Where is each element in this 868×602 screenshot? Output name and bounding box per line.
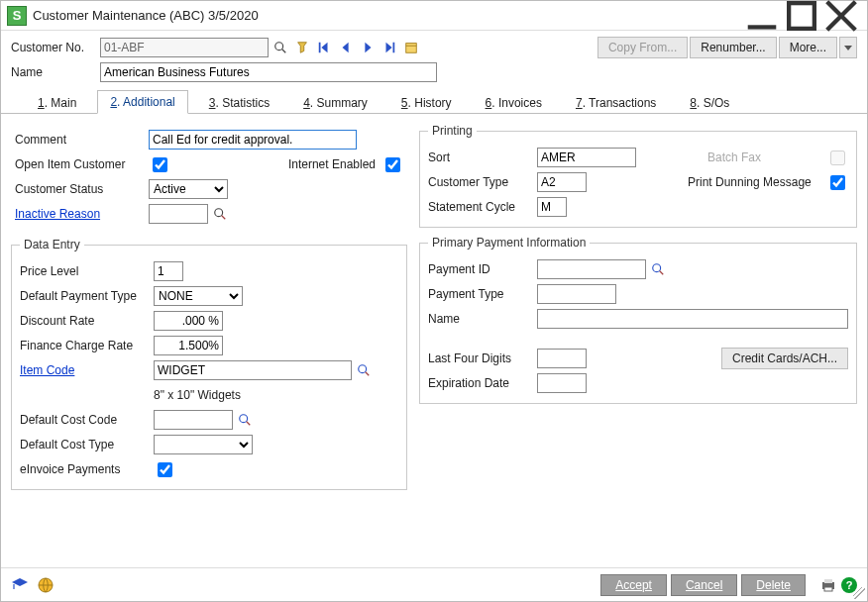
window-title: Customer Maintenance (ABC) 3/5/2020 <box>33 8 742 23</box>
calendar-icon[interactable] <box>401 38 421 57</box>
comment-input[interactable] <box>149 130 357 150</box>
item-code-lookup-icon[interactable] <box>354 360 374 380</box>
name-input[interactable] <box>100 62 437 82</box>
data-entry-group: Data Entry Price Level Default Payment T… <box>11 238 407 490</box>
open-item-label: Open Item Customer <box>15 157 149 171</box>
payment-type-input[interactable] <box>537 284 616 304</box>
payment-id-input[interactable] <box>537 259 646 279</box>
internet-enabled-checkbox[interactable] <box>385 157 400 172</box>
close-button[interactable] <box>821 5 861 27</box>
payment-id-lookup-icon[interactable] <box>648 259 668 279</box>
svg-rect-28 <box>824 587 832 591</box>
printing-legend: Printing <box>428 124 477 138</box>
expiration-date-label: Expiration Date <box>428 376 537 390</box>
tab-summary[interactable]: 4. Summary <box>290 91 380 114</box>
cancel-button[interactable]: Cancel <box>671 574 737 596</box>
accept-button[interactable]: Accept <box>600 574 667 596</box>
batch-fax-label: Batch Fax <box>707 150 826 164</box>
svg-point-17 <box>359 365 367 373</box>
minimize-button[interactable] <box>742 5 782 27</box>
tab-s-os[interactable]: 8. S/Os <box>677 91 742 114</box>
svg-rect-12 <box>406 44 417 53</box>
sort-input[interactable] <box>537 148 636 167</box>
next-record-icon[interactable] <box>358 38 378 57</box>
default-cost-code-lookup-icon[interactable] <box>235 410 255 430</box>
svg-line-16 <box>222 216 226 220</box>
renumber-button[interactable]: Renumber... <box>690 37 776 58</box>
svg-rect-1 <box>789 3 814 29</box>
resize-grip-icon[interactable] <box>853 587 865 599</box>
customer-no-input[interactable] <box>100 38 269 57</box>
item-code-description: 8" x 10" Widgets <box>154 388 241 402</box>
credit-cards-ach-button[interactable]: Credit Cards/ACH... <box>721 348 848 369</box>
tab-strip: 1. Main2. Additional3. Statistics4. Summ… <box>1 90 867 114</box>
more-button[interactable]: More... <box>779 37 837 58</box>
customer-status-label: Customer Status <box>15 182 149 196</box>
globe-icon[interactable] <box>37 576 54 594</box>
customer-no-label: Customer No. <box>11 41 100 54</box>
open-item-checkbox[interactable] <box>153 157 167 172</box>
last-four-label: Last Four Digits <box>428 351 537 365</box>
maximize-button[interactable] <box>782 5 821 27</box>
bottom-bar: Accept Cancel Delete ? <box>1 567 867 601</box>
einvoice-payments-checkbox[interactable] <box>158 462 172 477</box>
tab-history[interactable]: 5. History <box>388 91 465 114</box>
svg-point-15 <box>215 209 223 217</box>
discount-rate-input[interactable] <box>154 311 223 331</box>
default-cost-type-label: Default Cost Type <box>20 438 154 452</box>
expiration-date-input[interactable] <box>537 373 587 393</box>
default-cost-type-select[interactable] <box>154 435 253 454</box>
first-record-icon[interactable] <box>314 38 334 57</box>
svg-point-19 <box>240 415 248 423</box>
printing-group: Printing Sort Batch Fax Customer Type Pr… <box>419 124 857 228</box>
tab-additional[interactable]: 2. Additional <box>97 90 187 114</box>
copy-from-button[interactable]: Copy From... <box>597 37 688 58</box>
price-level-input[interactable] <box>154 261 183 281</box>
lookup-icon[interactable] <box>271 38 290 57</box>
prev-record-icon[interactable] <box>336 38 356 57</box>
price-level-label: Price Level <box>20 264 154 278</box>
inactive-reason-link[interactable]: Inactive Reason <box>15 207 149 221</box>
item-code-link[interactable]: Item Code <box>20 363 154 377</box>
item-code-input[interactable] <box>154 360 352 380</box>
svg-marker-8 <box>343 43 349 53</box>
tab-main[interactable]: 1. Main <box>25 91 89 114</box>
default-cost-code-input[interactable] <box>154 410 233 430</box>
svg-point-21 <box>653 264 661 272</box>
svg-rect-27 <box>824 579 832 583</box>
more-dropdown-caret-icon[interactable] <box>839 37 857 58</box>
customer-type-input[interactable] <box>537 172 587 192</box>
comment-label: Comment <box>15 133 149 147</box>
window: S Customer Maintenance (ABC) 3/5/2020 Cu… <box>0 0 868 602</box>
sort-label: Sort <box>428 150 537 164</box>
finance-charge-rate-input[interactable] <box>154 336 223 355</box>
tab-transactions[interactable]: 7. Transactions <box>563 91 669 114</box>
last-record-icon[interactable] <box>380 38 399 57</box>
customer-status-select[interactable]: Active <box>149 179 228 199</box>
tab-statistics[interactable]: 3. Statistics <box>196 91 282 114</box>
payment-name-input[interactable] <box>537 309 848 329</box>
inactive-reason-input[interactable] <box>149 204 208 224</box>
top-button-row: Copy From... Renumber... More... <box>597 37 857 58</box>
batch-fax-checkbox <box>830 150 845 165</box>
printer-icon[interactable] <box>819 576 837 594</box>
graduation-cap-icon[interactable] <box>11 576 29 594</box>
discount-rate-label: Discount Rate <box>20 314 154 328</box>
default-payment-type-label: Default Payment Type <box>20 289 154 303</box>
finance-charge-rate-label: Finance Charge Rate <box>20 339 154 352</box>
tab-invoices[interactable]: 6. Invoices <box>473 91 555 114</box>
inactive-reason-lookup-icon[interactable] <box>210 204 230 224</box>
print-dunning-checkbox[interactable] <box>830 175 845 190</box>
name-label: Name <box>11 65 100 79</box>
svg-marker-7 <box>321 43 327 53</box>
flashlight-icon[interactable] <box>292 38 312 57</box>
einvoice-payments-label: eInvoice Payments <box>20 462 154 476</box>
payment-id-label: Payment ID <box>428 262 537 276</box>
internet-enabled-label: Internet Enabled <box>288 157 376 171</box>
svg-point-4 <box>275 43 283 50</box>
payment-name-label: Name <box>428 312 537 326</box>
default-payment-type-select[interactable]: NONE <box>154 286 243 306</box>
delete-button[interactable]: Delete <box>741 574 806 596</box>
last-four-input[interactable] <box>537 349 587 368</box>
statement-cycle-input[interactable] <box>537 197 567 217</box>
